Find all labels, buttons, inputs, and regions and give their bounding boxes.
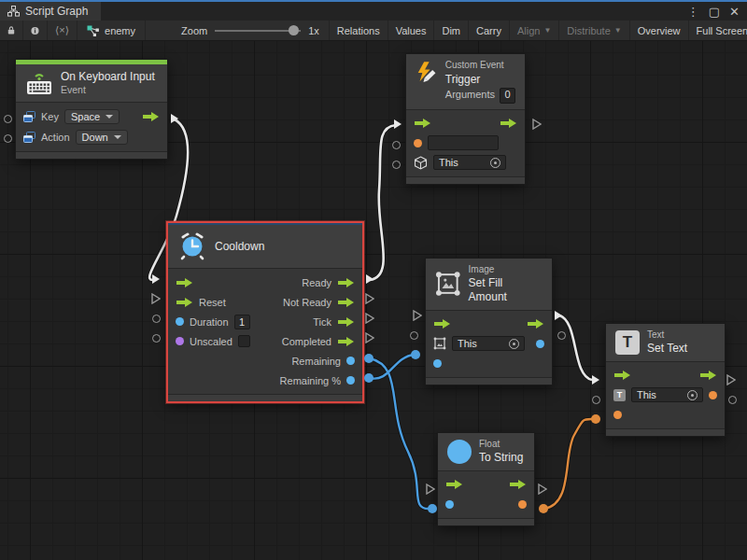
flow-out-port[interactable]	[142, 111, 160, 122]
port-marker-image-value-out[interactable]	[557, 331, 566, 340]
zoom-control: Zoom 1x	[146, 21, 330, 40]
node-text-set-text[interactable]: T Text Set Text T This	[605, 323, 726, 437]
close-icon[interactable]: ✕	[729, 5, 740, 19]
flow-out-port[interactable]	[509, 479, 527, 490]
overview-button[interactable]: Overview	[630, 21, 689, 40]
port-marker-settext-flow-in[interactable]	[591, 374, 600, 385]
port-marker-settext-flow-out[interactable]	[726, 374, 736, 385]
flow-in-port[interactable]	[176, 277, 193, 288]
wire-tostring-to-settext[interactable]	[544, 419, 593, 509]
carry-button[interactable]: Carry	[469, 21, 510, 40]
wire-image-to-settext[interactable]	[559, 315, 592, 380]
port-marker-unscaled-in[interactable]	[152, 334, 161, 343]
port-marker-ready-out[interactable]	[365, 273, 374, 285]
node-footer	[606, 428, 725, 436]
unscaled-port[interactable]	[176, 337, 184, 345]
relations-button[interactable]: Relations	[330, 21, 388, 40]
event-name-field[interactable]	[428, 135, 499, 150]
port-marker-image-target-in[interactable]	[410, 331, 418, 340]
object-picker-icon[interactable]	[509, 339, 519, 349]
port-marker-tostring-flow-out[interactable]	[538, 483, 547, 495]
port-marker-not-ready-out[interactable]	[365, 293, 374, 304]
port-marker-key[interactable]	[4, 115, 12, 123]
port-marker-tostring-value-in[interactable]	[428, 504, 437, 513]
align-button[interactable]: Align▼	[510, 21, 559, 40]
maximize-icon[interactable]: ▢	[709, 5, 720, 19]
port-marker-settext-target-in[interactable]	[592, 396, 600, 404]
wire-ready-to-trigger[interactable]	[370, 125, 396, 280]
port-marker-keyboard-out[interactable]	[170, 113, 179, 124]
graph-canvas[interactable]: On Keyboard Input Event Key Space	[0, 41, 747, 560]
carry-children-button[interactable]: ⟨×⟩	[48, 21, 78, 40]
node-cooldown[interactable]: Cooldown Ready Reset Not Ready Dur	[166, 221, 364, 403]
image-output-port[interactable]	[536, 340, 544, 348]
lock-button[interactable]	[0, 21, 23, 40]
text-value-port[interactable]	[613, 411, 622, 419]
float-input-port[interactable]	[445, 500, 454, 509]
port-marker-duration-in[interactable]	[152, 315, 161, 323]
remaining-port[interactable]	[346, 357, 355, 365]
remaining-pct-port[interactable]	[346, 376, 355, 385]
port-marker-trigger-out[interactable]	[532, 119, 542, 130]
window-menu-icon[interactable]: ⋮	[687, 5, 699, 19]
port-marker-image-flow-out[interactable]	[554, 310, 563, 321]
port-marker-action[interactable]	[4, 134, 12, 143]
node-on-keyboard-input[interactable]: On Keyboard Input Event Key Space	[15, 59, 168, 160]
flow-in-port[interactable]	[414, 118, 431, 129]
action-dropdown[interactable]: Down	[76, 130, 128, 145]
flow-in-port-reset[interactable]	[176, 297, 193, 308]
port-marker-settext-value-out[interactable]	[728, 396, 737, 404]
distribute-button[interactable]: Distribute▼	[559, 21, 629, 40]
node-trigger-custom-event[interactable]: Custom Event Trigger Arguments 0	[405, 53, 526, 185]
node-subtitle: Event	[61, 84, 155, 96]
key-dropdown[interactable]: Space	[64, 109, 120, 124]
port-marker-event-name[interactable]	[392, 141, 401, 149]
flow-in-port[interactable]	[445, 479, 463, 490]
flow-out-port-completed[interactable]	[337, 336, 355, 347]
port-marker-trigger-in[interactable]	[393, 119, 402, 130]
dim-button[interactable]: Dim	[434, 21, 469, 40]
arguments-count-field[interactable]: 0	[500, 88, 515, 104]
fill-amount-port[interactable]	[433, 359, 442, 368]
target-field[interactable]: This	[631, 387, 703, 402]
object-picker-icon[interactable]	[687, 390, 698, 400]
flow-out-port-not-ready[interactable]	[337, 297, 355, 308]
target-field[interactable]: This	[433, 155, 506, 170]
port-marker-reset-in[interactable]	[151, 293, 161, 304]
port-marker-remaining-pct-out[interactable]	[364, 373, 374, 383]
port-marker-cooldown-in[interactable]	[151, 273, 161, 285]
port-marker-tostring-value-out[interactable]	[539, 504, 548, 513]
port-marker-completed-out[interactable]	[365, 332, 374, 343]
flow-out-port[interactable]	[500, 118, 517, 129]
object-picker-icon[interactable]	[490, 158, 500, 168]
node-float-to-string[interactable]: Float To String	[437, 432, 535, 526]
port-marker-remaining-out[interactable]	[364, 354, 374, 363]
info-button[interactable]	[23, 21, 48, 40]
flow-out-port-tick[interactable]	[337, 316, 355, 328]
port-marker-tostring-flow-in[interactable]	[426, 483, 435, 495]
port-marker-event-target[interactable]	[392, 161, 401, 169]
duration-field[interactable]: 1	[234, 315, 250, 329]
text-output-port[interactable]	[709, 391, 717, 399]
port-marker-settext-value-in[interactable]	[591, 414, 600, 424]
string-output-port[interactable]	[518, 500, 527, 509]
flow-out-port[interactable]	[699, 370, 717, 381]
unscaled-checkbox[interactable]	[238, 335, 250, 347]
zoom-slider-handle[interactable]	[289, 25, 299, 35]
port-marker-fill-amount-in[interactable]	[411, 350, 420, 359]
values-button[interactable]: Values	[388, 21, 435, 40]
duration-port[interactable]	[176, 317, 184, 326]
tab-script-graph[interactable]: Script Graph	[0, 2, 101, 21]
fullscreen-button[interactable]: Full Screen	[689, 21, 747, 40]
flow-out-port-ready[interactable]	[337, 277, 355, 288]
flow-out-port[interactable]	[527, 318, 544, 329]
event-name-port[interactable]	[414, 139, 422, 147]
port-marker-tick-out[interactable]	[365, 313, 374, 324]
flow-in-port[interactable]	[433, 318, 451, 329]
node-image-set-fill-amount[interactable]: Image Set Fill Amount This	[425, 258, 553, 385]
target-field[interactable]: This	[452, 336, 525, 351]
port-marker-image-flow-in[interactable]	[413, 310, 422, 321]
graph-name-group[interactable]: enemy	[78, 21, 146, 40]
flow-in-port[interactable]	[613, 370, 631, 381]
zoom-slider[interactable]	[215, 30, 301, 32]
